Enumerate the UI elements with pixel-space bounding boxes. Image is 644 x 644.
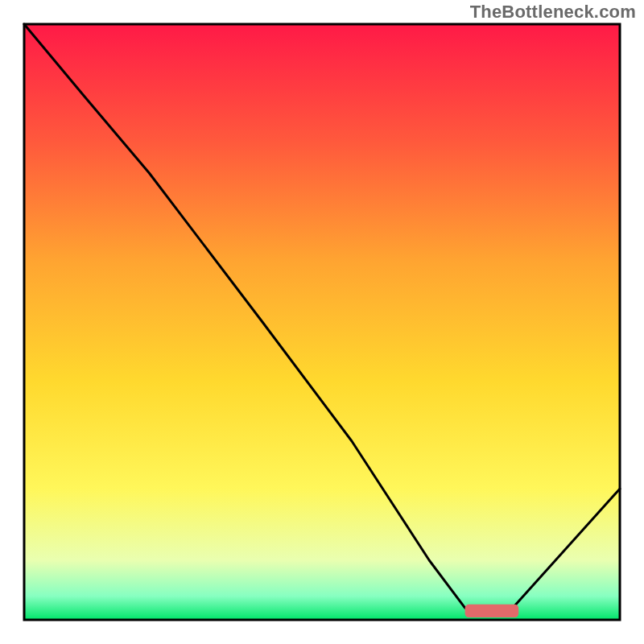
plot-background xyxy=(24,24,620,620)
bottleneck-chart xyxy=(0,0,644,644)
plot-area xyxy=(24,24,620,620)
optimal-marker xyxy=(465,605,519,617)
